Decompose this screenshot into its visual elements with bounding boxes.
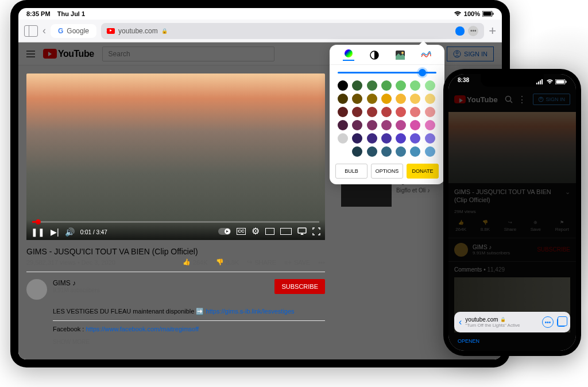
donate-button[interactable]: DONATE [407,164,439,179]
color-swatch[interactable] [367,120,377,130]
color-swatch[interactable] [396,146,406,157]
iphone-tabs-icon[interactable] [557,318,566,327]
popup-tab-contrast[interactable] [369,49,380,61]
color-swatch[interactable] [410,80,420,91]
color-swatch[interactable] [338,133,348,144]
svg-rect-14 [540,80,541,84]
iphone-open-link[interactable]: OPENEN [458,338,479,344]
color-swatch[interactable] [425,146,435,157]
color-swatch[interactable] [410,120,420,130]
color-swatch[interactable] [352,107,362,117]
color-swatch[interactable] [352,146,362,157]
bulb-extension-icon[interactable] [455,26,465,36]
svg-rect-18 [566,80,567,83]
options-button[interactable]: OPTIONS [371,164,403,179]
channel-avatar[interactable] [26,279,47,300]
brightness-slider[interactable] [338,72,436,73]
color-swatch[interactable] [396,107,406,117]
video-description: LES VESTIGES DU FLEAU maintenant disponi… [53,307,325,347]
view-count: 29,582,317 views [26,259,76,266]
color-swatch[interactable] [352,120,362,130]
color-swatch[interactable] [425,94,435,104]
color-swatch[interactable] [381,80,392,91]
video-player[interactable]: ❚❚ ▶| 🔊 0:01 / 3:47 CC ⚙ [26,73,325,240]
search-input[interactable]: Search [102,47,274,61]
color-swatch[interactable] [367,80,377,91]
color-swatch[interactable] [410,133,420,144]
color-swatch[interactable] [396,80,406,91]
color-swatch[interactable] [352,133,362,144]
description-link[interactable]: https://gims.s-ib.link/lesvestiges [206,308,295,315]
color-swatch[interactable] [396,94,406,104]
next-button[interactable]: ▶| [51,227,59,240]
color-swatch[interactable] [410,107,420,117]
svg-rect-17 [556,80,564,83]
tab-google[interactable]: G Google [51,24,96,38]
sidebar-button[interactable] [24,25,38,37]
color-swatch[interactable] [367,133,377,144]
dislike-button[interactable]: 👎 8.8K [216,258,239,266]
color-swatch[interactable] [338,80,348,91]
color-swatch[interactable] [410,146,420,157]
color-swatch[interactable] [425,107,435,117]
color-swatch[interactable] [381,133,392,144]
color-swatch[interactable] [396,120,406,130]
show-more-button[interactable]: SHOW MORE [53,338,325,347]
cc-button[interactable]: CC [237,228,246,235]
color-swatch[interactable] [381,107,392,117]
svg-rect-7 [298,228,306,233]
theater-icon[interactable] [280,228,292,235]
color-swatch[interactable] [396,133,406,144]
color-swatch[interactable] [338,94,348,104]
iphone-more-icon[interactable]: ••• [542,316,554,328]
color-swatch[interactable] [338,120,348,130]
bulb-button[interactable]: BULB [335,164,368,179]
status-time: 8:35 PM [26,10,51,17]
subscribe-button[interactable]: SUBSCRIBE [274,279,325,294]
iphone-address-bar[interactable]: ‹ youtube.com 🔒 "Turn Off the Lights" Ac… [454,312,570,332]
miniplayer-icon[interactable] [265,228,274,235]
svg-rect-12 [536,83,537,84]
fullscreen-icon[interactable] [312,227,320,235]
color-swatch[interactable] [352,80,362,91]
autoplay-toggle[interactable] [218,228,231,235]
extensions-more-icon[interactable]: ••• [468,26,478,36]
color-swatch[interactable] [410,94,420,104]
facebook-link[interactable]: https://www.facebook.com/maitregimsoff [86,326,199,332]
color-swatch[interactable] [381,120,392,130]
color-swatch[interactable] [338,107,348,117]
color-swatch[interactable] [425,133,435,144]
pause-button[interactable]: ❚❚ [31,227,45,240]
color-swatch[interactable] [425,120,435,130]
volume-icon[interactable]: 🔊 [65,227,75,240]
svg-rect-13 [538,82,539,84]
color-swatch[interactable] [367,107,377,117]
iphone-youtube: YouTube ⋮ SIGN IN GIMS - JUSQU'ICI TOUT … [448,74,576,351]
tab-youtube[interactable]: ✕ youtube.com 🔒 ••• [101,23,484,39]
popup-tab-color[interactable] [343,49,354,61]
color-swatch[interactable] [381,146,392,157]
popup-tab-animation[interactable] [420,49,432,61]
hamburger-icon[interactable] [26,51,35,57]
color-swatch[interactable] [367,94,377,104]
sign-in-button[interactable]: SIGN IN [447,47,494,61]
channel-name[interactable]: GIMS ♪ [53,279,269,287]
color-swatch[interactable] [381,94,392,104]
battery-text: 100% [464,10,480,17]
save-button[interactable]: ≡+ SAVE [284,259,310,266]
youtube-logo[interactable]: YouTube [43,49,94,59]
video-title: GIMS - JUSQU'ICI TOUT VA BIEN (Clip Offi… [26,247,325,256]
new-tab-button[interactable]: + [489,24,496,38]
settings-icon[interactable]: ⚙ [252,226,260,237]
color-swatch[interactable] [352,94,362,104]
share-button[interactable]: ↪ SHARE [247,258,276,266]
like-button[interactable]: 👍 264K [183,258,208,266]
airplay-icon[interactable] [297,227,307,235]
color-swatch[interactable] [425,80,435,91]
more-button[interactable]: ••• [318,259,325,266]
iphone-back-button[interactable]: ‹ [459,317,462,327]
svg-rect-1 [483,12,492,16]
popup-tab-image[interactable] [394,49,406,61]
color-swatch[interactable] [367,146,377,157]
back-button[interactable]: ‹ [42,25,46,37]
